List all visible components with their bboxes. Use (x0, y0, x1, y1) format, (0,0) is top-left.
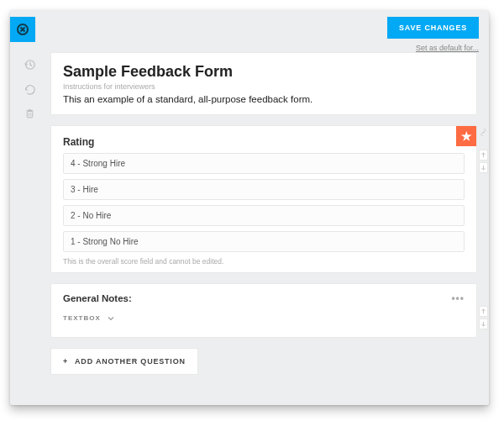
delete-icon[interactable] (24, 108, 35, 122)
save-changes-button[interactable]: SAVE CHANGES (387, 17, 479, 39)
add-question-label: ADD ANOTHER QUESTION (75, 357, 186, 366)
left-tools (10, 44, 49, 387)
form-title[interactable]: Sample Feedback Form (63, 63, 465, 81)
move-down-button[interactable] (479, 162, 488, 173)
arrow-down-icon (480, 165, 486, 171)
instructions-label: Instructions for interviewers (63, 82, 465, 91)
rating-option: 1 - Strong No Hire (63, 231, 465, 252)
field-type-label: TEXTBOX (63, 314, 101, 322)
arrow-up-icon (480, 152, 486, 158)
svg-rect-4 (27, 112, 33, 118)
rating-option: 4 - Strong Hire (63, 153, 465, 174)
close-button[interactable] (10, 17, 35, 42)
arrow-down-icon (480, 321, 486, 327)
add-question-button[interactable]: + ADD ANOTHER QUESTION (50, 348, 198, 375)
close-icon (16, 23, 29, 36)
link-icon[interactable] (479, 126, 488, 138)
kebab-icon: ••• (451, 292, 465, 304)
form-description[interactable]: This an example of a standard, all-purpo… (63, 94, 465, 104)
rating-title: Rating (63, 134, 94, 148)
plus-icon: + (63, 357, 68, 366)
arrow-up-icon (480, 308, 486, 314)
move-down-button[interactable] (479, 318, 488, 329)
question-menu-button[interactable]: ••• (451, 292, 465, 304)
field-type-selector[interactable]: TEXTBOX (63, 309, 114, 327)
rating-option: 2 - No Hire (63, 205, 465, 226)
move-up-button[interactable] (479, 150, 488, 161)
form-header-card: Sample Feedback Form Instructions for in… (50, 52, 477, 115)
notes-title[interactable]: General Notes: (63, 293, 132, 303)
undo-icon[interactable] (24, 83, 35, 97)
top-bar: SAVE CHANGES Set as default for... (10, 10, 489, 44)
notes-question-card[interactable]: General Notes: ••• TEXTBOX (50, 283, 477, 338)
history-icon[interactable] (24, 59, 35, 73)
chevron-down-icon (108, 315, 114, 322)
star-icon: ★ (461, 129, 472, 143)
form-body: Sample Feedback Form Instructions for in… (49, 44, 489, 387)
rating-locked-note: This is the overall score field and cann… (63, 257, 465, 266)
rating-option: 3 - Hire (63, 179, 465, 200)
required-badge: ★ (456, 126, 476, 146)
rating-question-card: ★ Rating 4 - S (50, 125, 477, 273)
feedback-form-editor: SAVE CHANGES Set as default for... Sampl… (10, 10, 489, 405)
move-up-button[interactable] (479, 306, 488, 317)
